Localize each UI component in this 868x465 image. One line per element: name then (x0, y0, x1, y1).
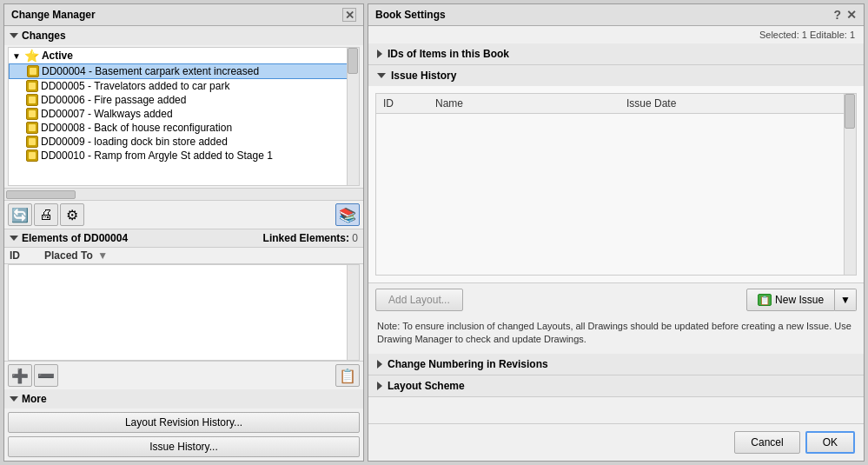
new-issue-group: 📋 New Issue ▼ (746, 289, 857, 311)
settings-button[interactable]: ⚙ (60, 203, 84, 226)
title-icons: ? ✕ (833, 8, 857, 22)
layout-scheme-section: Layout Scheme (368, 375, 864, 397)
elements-section-label: Elements of DD00004 (22, 232, 128, 244)
add-element-button[interactable]: ➕ (8, 364, 32, 387)
refresh-button[interactable]: 🔄 (8, 203, 32, 226)
tree-scrollbar-thumb[interactable] (348, 48, 358, 74)
issue-history-body: ID Name Issue Date (368, 86, 864, 282)
elements-body (8, 264, 360, 361)
tree-item-dd00010[interactable]: DD00010 - Ramp from Argyle St added to S… (9, 149, 359, 163)
add-layout-button[interactable]: Add Layout... (375, 289, 463, 311)
more-collapse-icon (10, 396, 18, 402)
change-numbering-section: Change Numbering in Revisions (368, 354, 864, 375)
active-node[interactable]: ▼ ⭐ Active (9, 48, 359, 63)
changes-collapse-icon (10, 33, 18, 38)
issue-history-section: Issue History ID Name Issue Date (368, 65, 864, 283)
tree-item-dd00010-label: DD00010 - Ramp from Argyle St added to S… (41, 149, 273, 162)
change-numbering-header[interactable]: Change Numbering in Revisions (368, 354, 864, 375)
selected-info: Selected: 1 Editable: 1 (368, 26, 864, 43)
linked-elements-label: Linked Elements: (263, 232, 349, 244)
issue-table-header-row: ID Name Issue Date (376, 94, 856, 114)
elements-section-header[interactable]: Elements of DD00004 Linked Elements: 0 (4, 229, 363, 247)
issue-table-scrollbar-thumb[interactable] (845, 94, 855, 129)
tree-h-scrollbar[interactable] (4, 188, 363, 200)
layout-scheme-icon (377, 382, 382, 390)
linked-elements-count: 0 (352, 232, 358, 244)
tree-item-dd00007[interactable]: DD00007 - Walkways added (9, 107, 359, 121)
elements-btn-group-left: ➕ ➖ (8, 364, 58, 387)
right-panel-content: Selected: 1 Editable: 1 IDs of Items in … (368, 26, 864, 423)
change-numbering-icon (377, 360, 382, 369)
changes-section-label: Changes (22, 30, 66, 42)
more-section-body: Layout Revision History... Issue History… (4, 409, 363, 461)
issue-history-header[interactable]: Issue History (368, 65, 864, 86)
note-text: Note: To ensure inclusion of changed Lay… (368, 316, 864, 354)
elements-vertical-scrollbar[interactable] (347, 265, 359, 360)
tree-item-dd00008-label: DD00008 - Back of house reconfiguration (41, 122, 232, 134)
tree-item-dd00006[interactable]: DD00006 - Fire passage added (9, 93, 359, 107)
issue-history-button[interactable]: Issue History... (8, 436, 360, 457)
ok-button[interactable]: OK (805, 431, 855, 454)
tree-item-dd00005[interactable]: DD00005 - Travelators added to car park (9, 79, 359, 93)
issue-table-head: ID Name Issue Date (376, 94, 856, 114)
tree-item-dd00004-label: DD00004 - Basement carpark extent increa… (42, 65, 259, 77)
book-button[interactable]: 📚 (335, 203, 360, 226)
tree-vertical-scrollbar[interactable] (347, 48, 359, 185)
elements-bottom-toolbar: ➕ ➖ 📋 (4, 361, 363, 389)
changes-tree: ▼ ⭐ Active DD00004 - Basement carpark ex… (8, 47, 360, 186)
element-action-button[interactable]: 📋 (335, 364, 360, 387)
dialog-footer: Cancel OK (368, 423, 864, 461)
left-title-text: Change Manager (11, 9, 96, 21)
new-issue-label: New Issue (775, 294, 824, 306)
tree-item-dd00008[interactable]: DD00008 - Back of house reconfiguration (9, 121, 359, 135)
issue-history-label: Issue History (391, 70, 456, 82)
change-numbering-label: Change Numbering in Revisions (388, 358, 548, 370)
right-panel-title-bar: Book Settings ? ✕ (368, 4, 864, 26)
changes-toolbar: 🔄 🖨 ⚙ 📚 (4, 200, 363, 229)
ids-of-items-header[interactable]: IDs of Items in this Book (368, 43, 864, 64)
new-issue-icon: 📋 (758, 294, 772, 306)
item-icon-dd00008 (26, 122, 38, 134)
tree-item-dd00009[interactable]: DD00009 - loading dock bin store added (9, 135, 359, 149)
cancel-button[interactable]: Cancel (734, 431, 799, 454)
tree-item-dd00005-label: DD00005 - Travelators added to car park (41, 80, 229, 92)
left-panel-title: Change Manager ✕ (4, 4, 363, 26)
item-icon-dd00004 (27, 65, 39, 77)
right-panel: Book Settings ? ✕ Selected: 1 Editable: … (368, 3, 865, 462)
issue-col-name: Name (428, 94, 620, 114)
issue-table-scrollbar[interactable] (844, 94, 856, 275)
tree-h-scrollbar-thumb[interactable] (6, 190, 76, 199)
tree-item-dd00006-label: DD00006 - Fire passage added (41, 94, 186, 106)
more-section-header[interactable]: More (4, 389, 363, 409)
new-issue-button[interactable]: 📋 New Issue (746, 289, 835, 311)
more-section-label: More (22, 393, 47, 405)
changes-section-header[interactable]: Changes (4, 26, 363, 45)
tree-item-dd00007-label: DD00007 - Walkways added (41, 108, 173, 120)
layout-scheme-label: Layout Scheme (388, 380, 465, 392)
layout-scheme-header[interactable]: Layout Scheme (368, 375, 864, 396)
item-icon-dd00010 (26, 149, 38, 162)
ids-section-label: IDs of Items in this Book (388, 48, 509, 60)
issue-col-date: Issue Date (620, 94, 856, 114)
left-panel-close-button[interactable]: ✕ (342, 8, 356, 22)
layout-revision-history-button[interactable]: Layout Revision History... (8, 412, 360, 433)
item-icon-dd00009 (26, 136, 38, 148)
tree-item-dd00004[interactable]: DD00004 - Basement carpark extent increa… (9, 63, 359, 79)
ids-of-items-section: IDs of Items in this Book (368, 43, 864, 65)
item-icon-dd00006 (26, 94, 38, 106)
right-panel-title-label: Book Settings (375, 9, 446, 21)
ids-collapse-icon (377, 50, 382, 58)
issue-col-id: ID (376, 94, 428, 114)
help-button[interactable]: ? (833, 8, 841, 22)
elements-col-placed: Placed To ▼ (44, 249, 358, 262)
item-icon-dd00007 (26, 108, 38, 120)
close-button[interactable]: ✕ (846, 8, 857, 22)
action-buttons-row: Add Layout... 📋 New Issue ▼ (368, 283, 864, 316)
sort-icon: ▼ (97, 249, 108, 262)
remove-element-button[interactable]: ➖ (34, 364, 58, 387)
print-button[interactable]: 🖨 (34, 203, 58, 226)
issue-history-collapse-icon (377, 73, 386, 78)
left-panel: Change Manager ✕ Changes ▼ ⭐ Active DD00… (3, 3, 364, 462)
new-issue-dropdown-button[interactable]: ▼ (835, 289, 857, 311)
item-icon-dd00005 (26, 80, 38, 92)
